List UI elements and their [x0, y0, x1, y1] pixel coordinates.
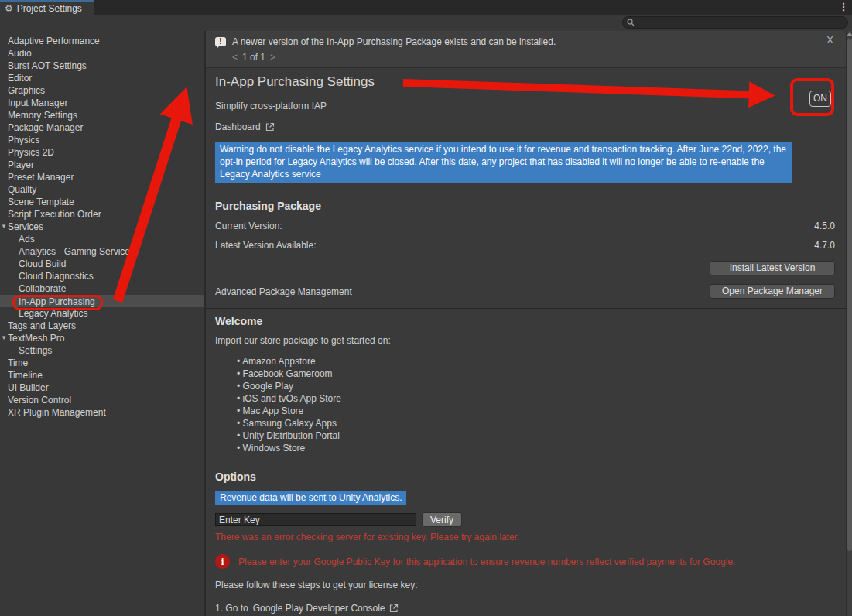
welcome-title: Welcome — [215, 315, 835, 327]
sidebar-item-in-app-purchasing[interactable]: ▼ In-App Purchasing — [0, 295, 204, 307]
store-list-item: Amazon Appstore — [237, 355, 835, 368]
sidebar-item-xr-plugin-management[interactable]: ▼ XR Plugin Management — [0, 406, 204, 419]
dashboard-link[interactable]: Dashboard — [215, 121, 835, 132]
sidebar-item-editor[interactable]: ▼ Editor — [0, 72, 204, 84]
notification-pager: < 1 of 1 > — [232, 52, 837, 63]
options-section: Options Revenue data will be sent to Uni… — [206, 464, 846, 616]
sidebar-item-script-execution-order[interactable]: ▼ Script Execution Order — [0, 208, 204, 221]
sidebar-item-cloud-build[interactable]: ▼ Cloud Build — [0, 258, 204, 270]
welcome-section: Welcome Import our store package to get … — [206, 309, 846, 464]
error-info-icon: i — [215, 554, 230, 569]
analytics-notice-badge: Revenue data will be sent to Unity Analy… — [215, 491, 406, 505]
current-version-value: 4.5.0 — [814, 221, 835, 231]
search-icon — [627, 19, 635, 26]
sidebar-item-ui-builder[interactable]: ▼ UI Builder — [0, 382, 204, 394]
latest-version-value: 4.7.0 — [814, 240, 835, 251]
store-list-item: Mac App Store — [237, 405, 835, 417]
store-list-item: Unity Distribution Portal — [237, 429, 835, 442]
project-settings-window: ⚙ Project Settings ⋮ ▼ Adaptive Performa… — [0, 0, 852, 616]
settings-toolbar — [0, 15, 852, 31]
scroll-up-arrow-icon[interactable] — [847, 32, 852, 36]
notification-text: A newer version of the In-App Purchasing… — [232, 36, 556, 47]
store-list-item: Facebook Gameroom — [237, 368, 835, 380]
sidebar-item-cloud-diagnostics[interactable]: ▼ Cloud Diagnostics — [0, 270, 204, 282]
legacy-analytics-warning: Warning do not disable the Legacy Analyt… — [215, 142, 792, 183]
google-public-key-message: Please enter your Google Public Key for … — [238, 554, 735, 567]
external-link-icon — [265, 122, 275, 132]
tab-project-settings[interactable]: ⚙ Project Settings — [0, 0, 94, 15]
gear-icon: ⚙ — [5, 4, 13, 13]
external-link-icon — [389, 604, 399, 613]
store-list-item: Samsung Galaxy Apps — [237, 417, 835, 429]
welcome-intro: Import our store package to get started … — [215, 335, 835, 346]
foldout-arrow-icon[interactable]: ▼ — [1, 221, 7, 233]
vertical-scrollbar[interactable] — [846, 31, 852, 616]
settings-sidebar: ▼ Adaptive Performance ▼ Audio ▼ Burst A… — [0, 31, 206, 616]
sidebar-item-physics[interactable]: ▼ Physics — [0, 134, 204, 146]
step1-prefix: 1. Go to — [215, 603, 248, 614]
store-list-item: Google Play — [237, 380, 835, 392]
purchasing-package-section: Purchasing Package Current Version: 4.5.… — [206, 193, 846, 308]
sidebar-item-burst-aot-settings[interactable]: ▼ Burst AOT Settings — [0, 60, 204, 72]
sidebar-item-memory-settings[interactable]: ▼ Memory Settings — [0, 109, 204, 121]
sidebar-item-graphics[interactable]: ▼ Graphics — [0, 84, 204, 97]
pager-label: 1 of 1 — [242, 52, 265, 63]
close-icon[interactable]: X — [826, 34, 833, 46]
sidebar-item-services[interactable]: ▼ Services — [0, 221, 204, 233]
verify-button[interactable]: Verify — [422, 512, 462, 527]
sidebar-item-input-manager[interactable]: ▼ Input Manager — [0, 97, 204, 109]
sidebar-item-audio[interactable]: ▼ Audio — [0, 47, 204, 60]
sidebar-item-timeline[interactable]: ▼ Timeline — [0, 369, 204, 382]
sidebar-item-adaptive-performance[interactable]: ▼ Adaptive Performance — [0, 35, 204, 47]
kebab-menu-icon[interactable]: ⋮ — [835, 0, 852, 15]
sidebar-item-preset-manager[interactable]: ▼ Preset Manager — [0, 171, 204, 183]
main-panel: ! A newer version of the In-App Purchasi… — [206, 31, 852, 616]
license-key-input[interactable] — [215, 513, 416, 526]
sidebar-item-tags-and-layers[interactable]: ▼ Tags and Layers — [0, 320, 204, 332]
sidebar-item-player[interactable]: ▼ Player — [0, 159, 204, 171]
sidebar-item-physics-2d[interactable]: ▼ Physics 2D — [0, 146, 204, 159]
purchasing-package-title: Purchasing Package — [215, 200, 835, 212]
sidebar-item-quality[interactable]: ▼ Quality — [0, 183, 204, 196]
scrollbar-thumb[interactable] — [847, 39, 852, 551]
search-box[interactable] — [622, 16, 848, 29]
latest-version-label: Latest Version Available: — [215, 240, 317, 251]
sidebar-item-settings[interactable]: ▼ Settings — [0, 344, 204, 357]
options-title: Options — [215, 471, 835, 483]
service-toggle-on-button[interactable]: ON — [809, 91, 831, 107]
page-title: In-App Purchasing Settings — [215, 74, 835, 90]
open-package-manager-button[interactable]: Open Package Manager — [710, 284, 835, 299]
advanced-package-management-label: Advanced Package Management — [215, 286, 352, 297]
google-play-console-link[interactable]: Google Play Developer Console — [253, 603, 385, 614]
tab-title: Project Settings — [17, 3, 82, 14]
tab-bar: ⚙ Project Settings ⋮ — [0, 0, 852, 15]
key-check-error-text: There was an error checking server for e… — [215, 532, 835, 542]
sidebar-item-package-manager[interactable]: ▼ Package Manager — [0, 121, 204, 134]
store-list-item: Windows Store — [237, 442, 835, 454]
store-list: Amazon AppstoreFacebook GameroomGoogle P… — [215, 355, 835, 454]
dashboard-label: Dashboard — [215, 121, 261, 132]
sidebar-item-version-control[interactable]: ▼ Version Control — [0, 394, 204, 406]
current-version-label: Current Version: — [215, 221, 282, 231]
install-latest-version-button[interactable]: Install Latest Version — [710, 261, 835, 275]
sidebar-item-time[interactable]: ▼ Time — [0, 357, 204, 369]
pager-next-icon[interactable]: > — [270, 52, 275, 63]
sidebar-item-textmesh-pro[interactable]: ▼ TextMesh Pro — [0, 332, 204, 344]
sidebar-item-analytics-gaming-services[interactable]: ▼ Analytics - Gaming Services — [0, 245, 204, 258]
pager-prev-icon[interactable]: < — [232, 52, 238, 63]
iap-settings-header-section: In-App Purchasing Settings Simplify cros… — [206, 68, 846, 193]
notification-bubble-icon: ! — [215, 37, 226, 46]
store-list-item: iOS and tvOs App Store — [237, 392, 835, 405]
search-input[interactable] — [635, 18, 843, 27]
sidebar-item-scene-template[interactable]: ▼ Scene Template — [0, 196, 204, 208]
sidebar-item-ads[interactable]: ▼ Ads — [0, 233, 204, 245]
update-notification-banner: ! A newer version of the In-App Purchasi… — [206, 31, 846, 68]
foldout-arrow-icon[interactable]: ▼ — [1, 332, 7, 344]
sidebar-item-collaborate[interactable]: ▼ Collaborate — [0, 282, 204, 295]
license-steps-intro: Please follow these steps to get your li… — [215, 580, 835, 590]
simplify-iap-label: Simplify cross-platform IAP — [215, 101, 835, 111]
